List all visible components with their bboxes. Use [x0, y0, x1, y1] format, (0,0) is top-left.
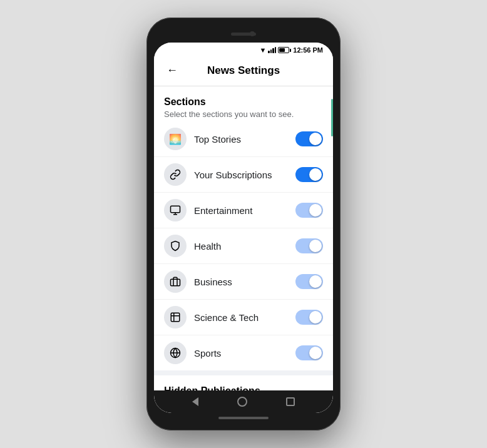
- sections-title: Sections: [164, 96, 323, 108]
- science-tech-toggle[interactable]: [295, 310, 323, 325]
- app-content[interactable]: Sections Select the sections you want to…: [154, 86, 333, 390]
- hidden-pubs-title: Hidden Publications: [164, 385, 323, 390]
- phone-top-bar: [154, 25, 333, 43]
- top-stories-icon: 🌅: [164, 128, 187, 150]
- list-item: Science & Tech: [154, 300, 333, 335]
- list-item: 🌅 Top Stories: [154, 121, 333, 157]
- health-toggle[interactable]: [295, 238, 323, 253]
- status-bar: ▼ 12:56 PM: [154, 43, 333, 55]
- sections-card: Sections Select the sections you want to…: [154, 86, 333, 370]
- svg-rect-3: [171, 279, 180, 286]
- sports-icon: [164, 342, 187, 364]
- health-icon: [164, 235, 187, 257]
- phone-camera: [250, 31, 255, 36]
- phone-frame: ▼ 12:56 PM ←: [146, 18, 341, 430]
- subscriptions-icon: [164, 163, 187, 186]
- bottom-nav: [154, 390, 333, 413]
- phone-bottom-pill: [218, 417, 269, 419]
- health-label: Health: [194, 241, 295, 252]
- hidden-publications-card: Hidden Publications Publications you've …: [154, 375, 333, 390]
- sections-header: Sections Select the sections you want to…: [154, 86, 333, 121]
- business-icon: [164, 270, 187, 293]
- page-title: News Settings: [207, 64, 280, 77]
- business-toggle[interactable]: [295, 274, 323, 289]
- back-nav-button[interactable]: [192, 397, 198, 406]
- list-item: Entertainment: [154, 193, 333, 228]
- phone-screen: ▼ 12:56 PM ←: [154, 43, 333, 413]
- time-display: 12:56 PM: [293, 46, 323, 54]
- list-item: Sports: [154, 335, 333, 370]
- list-item: Business: [154, 264, 333, 300]
- business-label: Business: [194, 277, 295, 287]
- entertainment-label: Entertainment: [194, 205, 295, 216]
- back-button[interactable]: ←: [164, 61, 180, 79]
- sports-toggle[interactable]: [295, 345, 323, 360]
- battery-icon: [278, 47, 291, 53]
- list-item: Health: [154, 228, 333, 264]
- list-item: Your Subscriptions: [154, 157, 333, 193]
- phone-bottom-bar: [154, 413, 333, 423]
- sections-subtitle: Select the sections you want to see.: [164, 109, 323, 119]
- app-header: ← News Settings: [154, 55, 333, 86]
- top-stories-toggle[interactable]: [295, 131, 323, 146]
- status-icons: ▼ 12:56 PM: [259, 46, 323, 54]
- recent-nav-button[interactable]: [286, 397, 295, 406]
- subscriptions-toggle[interactable]: [295, 167, 323, 182]
- wifi-icon: ▼: [259, 46, 266, 54]
- entertainment-toggle[interactable]: [295, 203, 323, 218]
- signal-icon: [268, 47, 276, 53]
- scroll-indicator: [331, 99, 333, 136]
- science-tech-label: Science & Tech: [194, 312, 295, 323]
- top-stories-label: Top Stories: [194, 134, 295, 145]
- entertainment-icon: [164, 199, 187, 221]
- science-tech-icon: [164, 306, 187, 328]
- home-nav-button[interactable]: [237, 397, 247, 407]
- svg-rect-0: [171, 206, 180, 213]
- sports-label: Sports: [194, 348, 295, 359]
- subscriptions-label: Your Subscriptions: [194, 170, 295, 180]
